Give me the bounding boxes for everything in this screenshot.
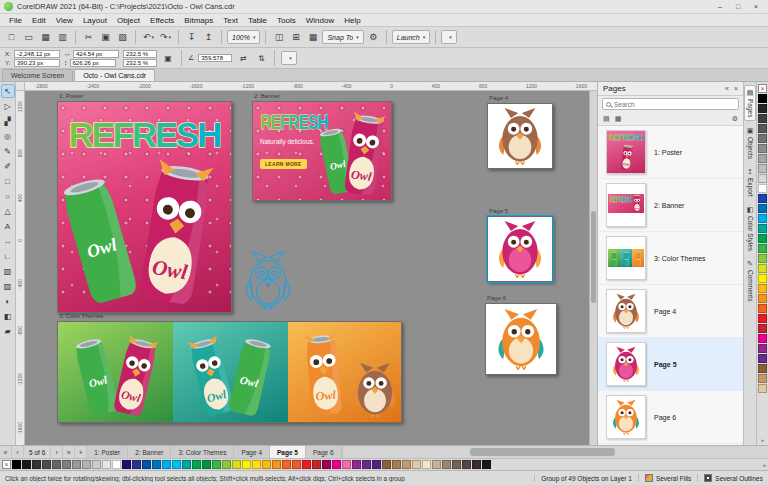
fill-indicator[interactable]: Several Fills bbox=[638, 474, 691, 482]
page-thumbnail[interactable]: Owl Owl Owl bbox=[606, 236, 646, 280]
owl-can-art[interactable]: Owl bbox=[118, 154, 231, 312]
no-color-swatch[interactable]: × bbox=[758, 84, 767, 93]
ruler-origin[interactable] bbox=[16, 82, 25, 91]
launch-dropdown[interactable]: Launch▾ bbox=[392, 30, 430, 44]
color-swatch[interactable] bbox=[272, 460, 281, 469]
color-swatch[interactable] bbox=[132, 460, 141, 469]
color-swatch[interactable] bbox=[758, 104, 767, 113]
connector-tool[interactable]: ∟ bbox=[1, 249, 15, 263]
open-button[interactable]: ▭ bbox=[21, 30, 36, 45]
color-swatch[interactable] bbox=[192, 460, 201, 469]
color-swatch[interactable] bbox=[422, 460, 431, 469]
smart-fill-tool[interactable]: ▰ bbox=[1, 324, 15, 338]
color-swatch[interactable] bbox=[758, 334, 767, 343]
color-swatch[interactable] bbox=[758, 224, 767, 233]
color-swatch[interactable] bbox=[312, 460, 321, 469]
canvas-page-6[interactable]: Page 6 bbox=[485, 303, 557, 375]
page-thumbnail[interactable] bbox=[606, 289, 646, 333]
theme-panel-green[interactable]: Owl Owl bbox=[58, 322, 173, 422]
shadow-tool[interactable]: ▧ bbox=[1, 264, 15, 278]
page-thumbnail[interactable]: REFRESH Owl bbox=[606, 130, 646, 174]
menu-file[interactable]: File bbox=[4, 16, 27, 25]
transparency-tool[interactable]: ▨ bbox=[1, 279, 15, 293]
palette-flyout-icon[interactable]: » bbox=[763, 462, 766, 468]
redo-button[interactable]: ↷▾ bbox=[158, 30, 173, 45]
color-swatch[interactable] bbox=[22, 460, 31, 469]
color-swatch[interactable] bbox=[322, 460, 331, 469]
color-swatch[interactable] bbox=[758, 304, 767, 313]
color-swatch[interactable] bbox=[392, 460, 401, 469]
color-swatch[interactable] bbox=[262, 460, 271, 469]
page-thumbnail[interactable] bbox=[606, 342, 646, 386]
scrollbar-thumb[interactable] bbox=[591, 211, 596, 303]
list-view-icon[interactable]: ▤ bbox=[603, 115, 610, 123]
color-swatch[interactable] bbox=[758, 324, 767, 333]
cut-button[interactable]: ✂ bbox=[81, 30, 96, 45]
canvas-page-color-themes[interactable]: 3: Color Themes Owl Owl Owl Owl Owl bbox=[57, 321, 402, 423]
color-swatch[interactable] bbox=[758, 174, 767, 183]
color-swatch[interactable] bbox=[72, 460, 81, 469]
color-swatch[interactable] bbox=[482, 460, 491, 469]
previous-page-button[interactable]: ‹ bbox=[12, 446, 24, 458]
page-tab-6[interactable]: Page 6 bbox=[306, 446, 342, 458]
scale-v-field[interactable]: 232.5 % bbox=[123, 59, 157, 67]
color-swatch[interactable] bbox=[42, 460, 51, 469]
color-swatch[interactable] bbox=[12, 460, 21, 469]
docker-tab-color-styles[interactable]: ◧ Color Styles bbox=[744, 203, 756, 254]
zoom-level-dropdown[interactable]: 100%▾ bbox=[227, 30, 260, 44]
scrollbar-thumb[interactable] bbox=[470, 448, 615, 456]
color-swatch[interactable] bbox=[332, 460, 341, 469]
page-tab-banner[interactable]: 2: Banner bbox=[128, 446, 171, 458]
learn-more-button[interactable]: LEARN MORE bbox=[260, 159, 307, 169]
page-tab-color-themes[interactable]: 3: Color Themes bbox=[171, 446, 234, 458]
menu-help[interactable]: Help bbox=[339, 16, 365, 25]
color-swatch[interactable] bbox=[758, 294, 767, 303]
color-swatch[interactable] bbox=[382, 460, 391, 469]
menu-tools[interactable]: Tools bbox=[272, 16, 301, 25]
color-swatch[interactable] bbox=[758, 134, 767, 143]
color-swatch[interactable] bbox=[758, 274, 767, 283]
drawing-canvas[interactable]: 1: Poster REFRESH Owl Owl 2: Banner REFR… bbox=[25, 91, 597, 445]
color-swatch[interactable] bbox=[758, 94, 767, 103]
save-button[interactable]: ▦ bbox=[38, 30, 53, 45]
scale-h-field[interactable]: 232.5 % bbox=[123, 50, 157, 58]
color-swatch[interactable] bbox=[758, 234, 767, 243]
no-color-swatch[interactable]: × bbox=[2, 460, 11, 469]
color-swatch[interactable] bbox=[758, 204, 767, 213]
color-swatch[interactable] bbox=[758, 114, 767, 123]
freehand-tool[interactable]: ✎ bbox=[1, 144, 15, 158]
minimize-button[interactable]: – bbox=[712, 1, 728, 12]
color-swatch[interactable] bbox=[758, 354, 767, 363]
artistic-media-tool[interactable]: ✐ bbox=[1, 159, 15, 173]
color-swatch[interactable] bbox=[442, 460, 451, 469]
pick-tool[interactable]: ↖ bbox=[1, 84, 15, 98]
shape-tool[interactable]: ▷ bbox=[1, 99, 15, 113]
color-swatch[interactable] bbox=[758, 124, 767, 133]
menu-layout[interactable]: Layout bbox=[78, 16, 112, 25]
dimension-tool[interactable]: ↔ bbox=[1, 234, 15, 248]
palette-flyout-icon[interactable]: » bbox=[761, 437, 764, 443]
menu-object[interactable]: Object bbox=[112, 16, 145, 25]
docker-page-item-4[interactable]: Page 4 bbox=[598, 285, 743, 338]
page-thumbnail[interactable]: REFRESH Owl bbox=[606, 183, 646, 227]
mirror-horizontal-button[interactable]: ⇄ bbox=[236, 51, 250, 65]
color-swatch[interactable] bbox=[402, 460, 411, 469]
search-box[interactable] bbox=[602, 98, 739, 110]
color-swatch[interactable] bbox=[222, 460, 231, 469]
menu-bitmaps[interactable]: Bitmaps bbox=[179, 16, 218, 25]
color-swatch[interactable] bbox=[758, 264, 767, 273]
docker-tab-export[interactable]: ↥ Export bbox=[744, 165, 756, 200]
docker-page-item-color-themes[interactable]: Owl Owl Owl 3: Color Themes bbox=[598, 232, 743, 285]
color-swatch[interactable] bbox=[142, 460, 151, 469]
color-swatch[interactable] bbox=[82, 460, 91, 469]
color-swatch[interactable] bbox=[472, 460, 481, 469]
color-swatch[interactable] bbox=[252, 460, 261, 469]
horizontal-scrollbar[interactable] bbox=[342, 446, 768, 458]
outline-indicator[interactable]: Several Outlines bbox=[697, 474, 763, 482]
color-themes-artwork[interactable]: Owl Owl Owl Owl Owl bbox=[58, 322, 401, 422]
color-swatch[interactable] bbox=[352, 460, 361, 469]
zoom-tool[interactable]: ◎ bbox=[1, 129, 15, 143]
color-swatch[interactable] bbox=[758, 154, 767, 163]
canvas-page-5[interactable]: Page 5 bbox=[487, 216, 553, 282]
color-swatch[interactable] bbox=[432, 460, 441, 469]
